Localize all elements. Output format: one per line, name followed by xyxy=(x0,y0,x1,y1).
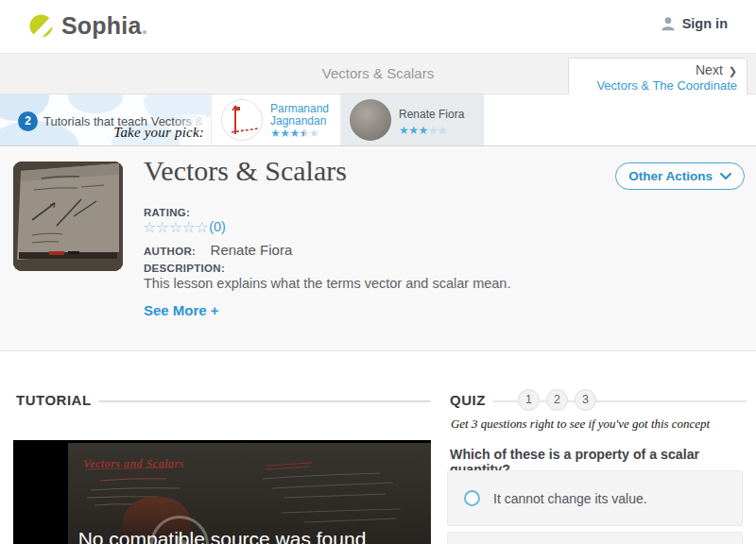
header: Sophia. Sign in xyxy=(0,0,756,53)
sign-in-button[interactable]: Sign in xyxy=(661,16,728,31)
chevron-right-icon: ❯ xyxy=(729,65,737,76)
star-icons: ☆☆☆☆☆ xyxy=(143,219,208,235)
lesson-thumbnail xyxy=(13,162,123,271)
answer-option-label: It cannot change its value. xyxy=(493,491,647,506)
quiz-step-1: 1 xyxy=(518,389,540,411)
sophia-logo[interactable]: Sophia. xyxy=(28,12,148,40)
sign-in-label: Sign in xyxy=(682,16,728,31)
author-rating-stars: ★★★★★ xyxy=(399,124,447,137)
author-avatar-photo xyxy=(350,99,391,141)
answer-option-partial[interactable] xyxy=(447,532,743,544)
radio-button[interactable] xyxy=(464,490,480,506)
video-error-message: No compatible source was found xyxy=(13,528,431,544)
chevron-down-icon xyxy=(720,173,731,180)
rating-count-link[interactable]: (0) xyxy=(209,219,226,234)
author-rating-stars: ★★★★★★ xyxy=(270,127,318,140)
quiz-step-2: 2 xyxy=(546,389,568,411)
tutorial-count-badge: 2 xyxy=(18,111,38,131)
author-name: Parmanand Jagnandan xyxy=(270,103,346,128)
page: { "header": { "brand": "Sophia", "brand_… xyxy=(0,0,756,544)
tutorial-divider xyxy=(98,400,431,402)
author-name: Renate Fiora xyxy=(399,109,474,121)
lower-section: TUTORIAL Vectors and Scalars No compatib… xyxy=(0,351,756,544)
see-more-link[interactable]: See More + xyxy=(144,302,219,318)
quiz-tagline: Get 3 questions right to see if you've g… xyxy=(451,416,739,432)
other-actions-label: Other Actions xyxy=(628,169,713,183)
user-icon xyxy=(661,16,676,31)
author-label: AUTHOR: xyxy=(144,246,196,257)
sophia-leaf-icon xyxy=(28,13,54,39)
author-row: AUTHOR: Renate Fiora xyxy=(144,242,292,259)
quiz-step-3: 3 xyxy=(575,389,596,411)
author-value: Renate Fiora xyxy=(211,242,293,258)
next-label: Next xyxy=(696,62,723,77)
lesson-info-section: Vectors & Scalars RATING: ☆☆☆☆☆(0) AUTHO… xyxy=(0,146,756,351)
picker-intro: 2 Tutorials that teach Vectors & S Take … xyxy=(0,94,211,145)
lesson-rating-stars: ☆☆☆☆☆(0) xyxy=(143,218,226,236)
answer-option[interactable]: It cannot change its value. xyxy=(447,470,743,526)
rating-label: RATING: xyxy=(144,207,190,218)
quiz-heading: QUIZ xyxy=(450,392,486,408)
brand-dot: . xyxy=(142,12,148,40)
author-card-parmanand-jagnandan[interactable]: Parmanand Jagnandan ★★★★★★ xyxy=(211,94,340,145)
decorative-blob xyxy=(68,94,123,113)
video-player[interactable]: Vectors and Scalars No compatible source… xyxy=(13,440,431,544)
description-label: DESCRIPTION: xyxy=(144,263,225,274)
author-card-renate-fiora[interactable]: Renate Fiora ★★★★★ xyxy=(340,94,484,145)
picker-tagline: Take your pick: xyxy=(113,125,204,141)
author-avatar-graph xyxy=(221,99,263,141)
lesson-navbar: Vectors & Scalars Next❯ Vectors & The Co… xyxy=(0,53,756,94)
lesson-title: Vectors & Scalars xyxy=(144,155,347,187)
description-text: This lesson explains what the terms vect… xyxy=(144,276,510,291)
tutorial-heading: TUTORIAL xyxy=(16,392,92,408)
brand-name: Sophia xyxy=(61,12,142,40)
other-actions-button[interactable]: Other Actions xyxy=(615,162,745,190)
tutorial-picker-strip: 2 Tutorials that teach Vectors & S Take … xyxy=(0,94,756,146)
